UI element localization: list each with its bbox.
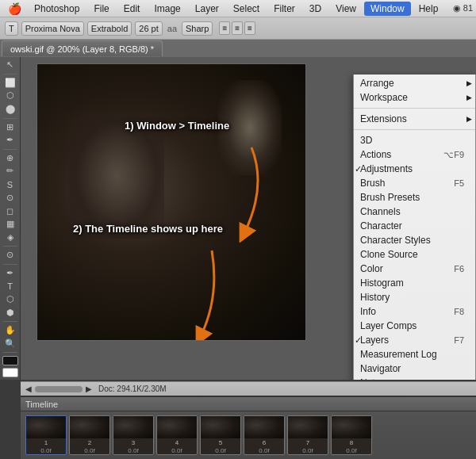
gradient-tool[interactable]: ▦ [2, 218, 19, 231]
frame-thumb-2[interactable]: 2 0.0f [69, 415, 110, 455]
menu-item-history[interactable]: History [354, 290, 475, 304]
scroll-left-button[interactable]: ◀ [25, 384, 32, 393]
clone-tool[interactable]: S [2, 178, 19, 191]
menu-item-arrange[interactable]: Arrange [354, 76, 475, 90]
menu-item-channels[interactable]: Channels [354, 205, 475, 219]
menu-item-histogram[interactable]: Histogram [354, 276, 475, 290]
menubar-item-window[interactable]: Window [364, 2, 411, 16]
menu-item-layers[interactable]: Layers F7 [354, 333, 475, 347]
align-right-button[interactable]: ≡ [244, 21, 255, 35]
menubar: 🍎 Photoshop File Edit Image Layer Select… [0, 0, 476, 17]
blur-tool[interactable]: ◈ [2, 231, 19, 244]
lasso-tool[interactable]: ⬡ [2, 90, 19, 102]
shape-tool[interactable]: ⬢ [2, 307, 19, 319]
apple-menu[interactable]: 🍎 [3, 2, 26, 15]
frame-thumb-6-image [244, 416, 284, 438]
font-size-field[interactable]: 26 pt [135, 21, 162, 36]
type-tool[interactable]: T [2, 280, 19, 293]
menu-item-adjustments[interactable]: Adjustments [354, 162, 475, 176]
menu-item-actions[interactable]: Actions ⌥F9 [354, 147, 475, 162]
frame-thumb-4[interactable]: 4 0.0f [156, 415, 198, 455]
tool-divider-7 [3, 352, 17, 353]
frame-thumb-3-time: 0.0f [128, 447, 138, 454]
options-bar: T Proxima Nova Extrabold 26 pt aa Sharp … [0, 17, 476, 40]
marquee-tool[interactable]: ⬜ [2, 76, 19, 89]
brush-shortcut: F5 [454, 178, 464, 188]
frame-thumb-1[interactable]: 1 0.0f [25, 415, 67, 455]
frame-thumb-5[interactable]: 5 0.0f [200, 415, 241, 455]
timeline-scroll-thumb[interactable] [35, 386, 83, 392]
frame-thumb-7[interactable]: 7 0.0f [287, 415, 328, 455]
move-tool[interactable]: ↖ [2, 59, 19, 71]
align-center-button[interactable]: ≡ [232, 21, 243, 35]
menu-item-layer-comps[interactable]: Layer Comps [354, 319, 475, 333]
frame-thumb-3[interactable]: 3 0.0f [113, 415, 154, 455]
background-color[interactable] [2, 368, 18, 377]
timeline-panel: Timeline 1 0.0f 2 0.0f 3 0.0f 4 0.0f 5 0… [21, 396, 476, 459]
document-tab[interactable]: owski.gif @ 200% (Layer 8, RGB/8) * [2, 40, 163, 56]
timeline-frames: 1 0.0f 2 0.0f 3 0.0f 4 0.0f 5 0.0f 6 0.0… [21, 411, 476, 459]
menu-item-notes[interactable]: Notes [354, 376, 475, 380]
menu-item-character[interactable]: Character [354, 219, 475, 233]
info-shortcut: F8 [454, 307, 464, 316]
menubar-item-photoshop[interactable]: Photoshop [28, 2, 86, 16]
menu-item-navigator[interactable]: Navigator [354, 361, 475, 376]
menu-item-measurement-log[interactable]: Measurement Log [354, 347, 475, 361]
menubar-item-file[interactable]: File [87, 2, 115, 16]
menubar-item-help[interactable]: Help [413, 2, 445, 16]
dodge-tool[interactable]: ⊙ [2, 249, 19, 262]
document-tab-label: owski.gif @ 200% (Layer 8, RGB/8) * [10, 44, 154, 54]
foreground-color[interactable] [2, 356, 18, 365]
path-select-tool[interactable]: ⬡ [2, 293, 19, 306]
frame-thumb-8[interactable]: 8 0.0f [331, 415, 372, 455]
zoom-tool[interactable]: 🔍 [2, 338, 19, 350]
menu-item-info[interactable]: Info F8 [354, 304, 475, 319]
hand-tool[interactable]: ✋ [2, 324, 19, 337]
frame-thumb-4-time: 0.0f [171, 447, 182, 454]
frame-thumb-6-time: 0.0f [259, 447, 269, 454]
aa-method-field[interactable]: Sharp [182, 21, 213, 36]
frame-thumb-5-image [201, 416, 240, 438]
frame-thumb-4-num: 4 [175, 438, 178, 447]
frame-thumb-3-image [113, 416, 153, 438]
menu-item-character-styles[interactable]: Character Styles [354, 233, 475, 247]
annotation-1: 1) Window > Timeline [125, 120, 229, 132]
frame-thumb-5-time: 0.0f [215, 447, 225, 454]
menu-item-workspace[interactable]: Workspace [354, 90, 475, 105]
annotation-2: 2) The Timeline shows up here [73, 223, 223, 235]
quick-select-tool[interactable]: ⬤ [2, 103, 19, 116]
crop-tool[interactable]: ⊞ [2, 120, 19, 133]
font-name-field[interactable]: Proxima Nova [21, 21, 84, 36]
eraser-tool[interactable]: ◻ [2, 205, 19, 217]
timeline-title: Timeline [25, 400, 58, 409]
menu-item-brush-presets[interactable]: Brush Presets [354, 190, 475, 205]
menubar-item-layer[interactable]: Layer [189, 2, 225, 16]
pen-tool[interactable]: ✒ [2, 266, 19, 279]
menubar-item-select[interactable]: Select [227, 2, 266, 16]
menu-divider-2 [354, 129, 475, 130]
menubar-item-filter[interactable]: Filter [267, 2, 301, 16]
doc-info-label: Doc: 294.1K/2.30M [98, 384, 167, 393]
menu-item-color[interactable]: Color F6 [354, 262, 475, 276]
menu-item-extensions[interactable]: Extensions [354, 112, 475, 126]
align-left-button[interactable]: ≡ [219, 21, 230, 35]
menu-item-3d[interactable]: 3D [354, 133, 475, 147]
menu-section-panels: 3D Actions ⌥F9 Adjustments Brush F5 Brus… [354, 132, 475, 380]
font-style-field[interactable]: Extrabold [87, 21, 132, 36]
tool-divider-6 [3, 321, 17, 322]
tab-bar: owski.gif @ 200% (Layer 8, RGB/8) * [0, 40, 476, 57]
menubar-item-edit[interactable]: Edit [117, 2, 147, 16]
frame-thumb-3-num: 3 [132, 438, 135, 447]
menubar-item-3d[interactable]: 3D [303, 2, 328, 16]
history-tool[interactable]: ⊙ [2, 191, 19, 204]
frame-thumb-6[interactable]: 6 0.0f [244, 415, 285, 455]
work-area: ↖ ⬜ ⬡ ⬤ ⊞ ✒ ⊕ ✏ S ⊙ ◻ ▦ ◈ ⊙ ✒ T ⬡ ⬢ ✋ 🔍 [0, 57, 476, 380]
brush-tool[interactable]: ✏ [2, 165, 19, 178]
menu-item-brush[interactable]: Brush F5 [354, 176, 475, 190]
eyedropper-tool[interactable]: ✒ [2, 134, 19, 147]
menubar-item-view[interactable]: View [329, 2, 363, 16]
scroll-right-button[interactable]: ▶ [86, 384, 92, 393]
menubar-item-image[interactable]: Image [148, 2, 186, 16]
healing-tool[interactable]: ⊕ [2, 151, 19, 164]
menu-item-clone-source[interactable]: Clone Source [354, 247, 475, 262]
